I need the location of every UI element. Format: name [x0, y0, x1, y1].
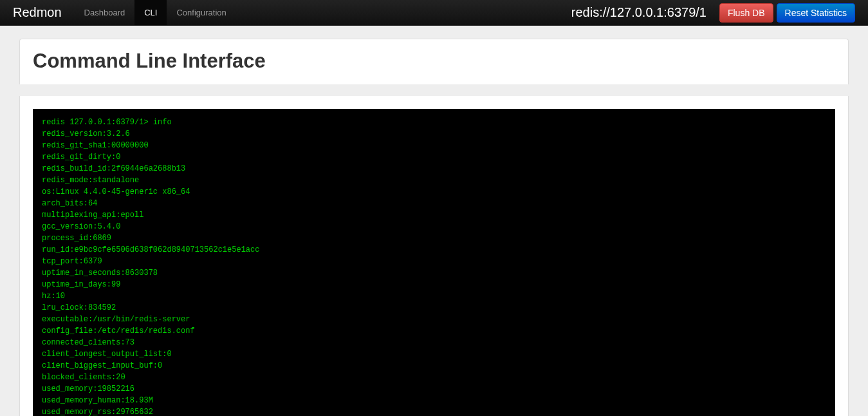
terminal-output-line: hz:10: [42, 290, 826, 302]
terminal-container: redis 127.0.0.1:6379/1> inforedis_versio…: [19, 96, 849, 416]
terminal-output-line: executable:/usr/bin/redis-server: [42, 314, 826, 325]
terminal-output-line: tcp_port:6379: [42, 256, 826, 267]
terminal-output-line: used_memory_human:18.93M: [42, 395, 826, 406]
terminal-output-line: connected_clients:73: [42, 337, 826, 348]
terminal-output-line: blocked_clients:20: [42, 372, 826, 383]
page-header: Command Line Interface: [19, 39, 849, 84]
brand-link[interactable]: Redmon: [0, 0, 75, 25]
nav-menu: Dashboard CLI Configuration: [75, 0, 236, 25]
terminal-prompt-line: redis 127.0.0.1:6379/1> info: [42, 117, 826, 128]
terminal-output-line: client_biggest_input_buf:0: [42, 360, 826, 372]
terminal-output-line: redis_git_dirty:0: [42, 151, 826, 163]
terminal-output-line: redis_mode:standalone: [42, 175, 826, 186]
terminal-output-line: process_id:6869: [42, 232, 826, 244]
terminal-output-line: client_longest_output_list:0: [42, 348, 826, 360]
reset-statistics-button[interactable]: Reset Statistics: [777, 3, 855, 23]
terminal-output-line: gcc_version:5.4.0: [42, 221, 826, 232]
terminal-output-line: redis_build_id:2f6944e6a2688b13: [42, 163, 826, 175]
cli-terminal[interactable]: redis 127.0.0.1:6379/1> inforedis_versio…: [33, 109, 835, 416]
page-title: Command Line Interface: [33, 49, 835, 73]
terminal-output-line: uptime_in_days:99: [42, 279, 826, 290]
top-navbar: Redmon Dashboard CLI Configuration redis…: [0, 0, 868, 26]
nav-item-configuration[interactable]: Configuration: [167, 0, 235, 25]
navbar-right: redis://127.0.0.1:6379/1 Flush DB Reset …: [571, 0, 855, 25]
terminal-output-line: lru_clock:834592: [42, 302, 826, 314]
terminal-output-line: multiplexing_api:epoll: [42, 209, 826, 221]
flush-db-button[interactable]: Flush DB: [719, 3, 773, 23]
terminal-output-line: used_memory_rss:29765632: [42, 406, 826, 416]
nav-item-dashboard[interactable]: Dashboard: [75, 0, 135, 25]
terminal-output-line: arch_bits:64: [42, 198, 826, 209]
terminal-output-line: redis_version:3.2.6: [42, 128, 826, 140]
terminal-output-line: os:Linux 4.4.0-45-generic x86_64: [42, 186, 826, 198]
nav-item-cli[interactable]: CLI: [134, 0, 167, 25]
terminal-output-line: used_memory:19852216: [42, 383, 826, 395]
connection-string: redis://127.0.0.1:6379/1: [571, 5, 706, 20]
terminal-output-line: uptime_in_seconds:8630378: [42, 267, 826, 279]
terminal-output-line: redis_git_sha1:00000000: [42, 140, 826, 151]
terminal-output-line: config_file:/etc/redis/redis.conf: [42, 325, 826, 337]
terminal-output-line: run_id:e9bc9cfe6506d638f062d8940713562c1…: [42, 244, 826, 256]
content-wrapper: Command Line Interface redis 127.0.0.1:6…: [0, 26, 868, 416]
